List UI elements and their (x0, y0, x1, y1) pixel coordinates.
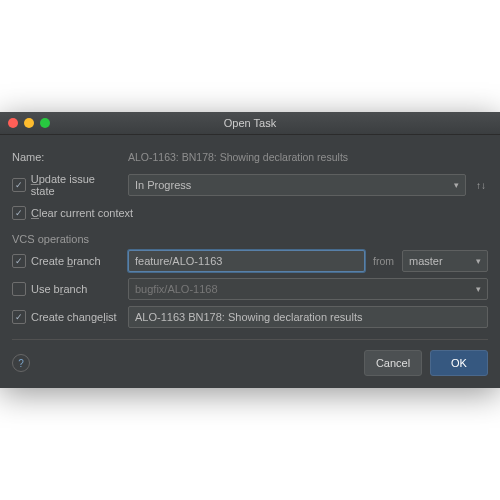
use-branch-checkbox[interactable] (12, 282, 26, 296)
cancel-button[interactable]: Cancel (364, 350, 422, 376)
create-changelist-label: Create changelist (31, 311, 117, 323)
from-branch-combo[interactable]: master (402, 250, 488, 272)
changelist-name-input[interactable]: ALO-1163 BN178: Showing declaration resu… (128, 306, 488, 328)
use-branch-label: Use branch (31, 283, 87, 295)
from-label: from (373, 255, 394, 267)
update-issue-state-label: Update issue state (31, 173, 120, 197)
sort-icon[interactable]: ↑↓ (474, 180, 488, 191)
ok-button[interactable]: OK (430, 350, 488, 376)
issue-state-combo[interactable]: In Progress (128, 174, 466, 196)
name-label: Name: (12, 151, 44, 163)
window-title: Open Task (0, 117, 500, 129)
update-issue-state-checkbox[interactable] (12, 178, 26, 192)
create-branch-input[interactable]: feature/ALO-1163 (128, 250, 365, 272)
open-task-dialog: Open Task Name: ALO-1163: BN178: Showing… (0, 112, 500, 388)
use-branch-combo[interactable]: bugfix/ALO-1168 (128, 278, 488, 300)
help-button[interactable]: ? (12, 354, 30, 372)
titlebar: Open Task (0, 112, 500, 135)
create-branch-label: Create branch (31, 255, 101, 267)
create-changelist-checkbox[interactable] (12, 310, 26, 324)
vcs-section-label: VCS operations (12, 233, 488, 245)
task-name-value: ALO-1163: BN178: Showing declaration res… (128, 151, 348, 163)
clear-context-label: Clear current context (31, 207, 133, 219)
create-branch-checkbox[interactable] (12, 254, 26, 268)
clear-context-checkbox[interactable] (12, 206, 26, 220)
